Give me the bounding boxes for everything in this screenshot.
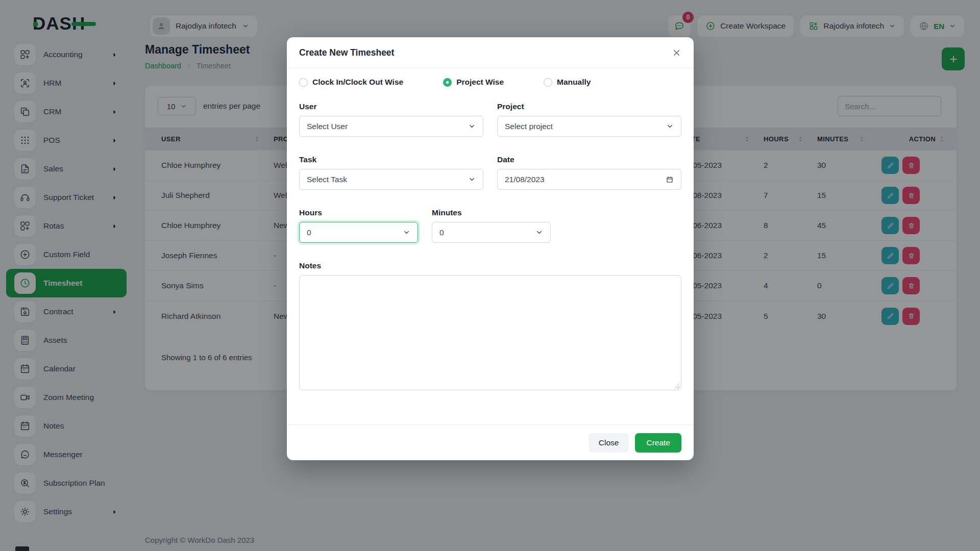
calendar-icon [666,176,674,184]
minutes-select[interactable]: 0 [432,222,551,243]
notes-label: Notes [299,261,681,270]
chevron-down-icon [666,122,674,130]
create-timesheet-modal: Create New Timesheet Clock In/Clock Out … [287,37,694,460]
modal-body: Clock In/Clock Out WiseProject WiseManua… [287,68,694,392]
task-select-value: Select Task [307,175,347,184]
radio-label: Manually [557,78,591,87]
user-select[interactable]: Select User [299,116,483,137]
project-field: Project Select project [497,102,681,137]
notes-field: Notes [299,261,681,392]
modal-title: Create New Timesheet [299,47,394,58]
radio-clock-in-clock-out-wise[interactable]: Clock In/Clock Out Wise [299,78,403,87]
close-icon[interactable] [672,48,681,58]
create-button[interactable]: Create [635,433,681,453]
radio-manually[interactable]: Manually [544,78,591,87]
hours-select[interactable]: 0 [299,222,418,243]
close-button[interactable]: Close [589,433,629,453]
project-select-value: Select project [505,122,553,131]
chevron-down-icon [403,229,410,236]
user-label: User [299,102,483,111]
app-root: DASH AccountingHRMCRMPOSSalesSupport Tic… [0,0,980,551]
modal-header: Create New Timesheet [287,37,694,68]
notes-textarea[interactable] [299,275,681,390]
project-label: Project [497,102,681,111]
radio-circle-icon [299,78,308,87]
minutes-label: Minutes [432,208,551,217]
minutes-field: Minutes 0 [432,208,551,243]
timesheet-type-radio-group: Clock In/Clock Out WiseProject WiseManua… [299,78,681,87]
hours-select-value: 0 [307,228,311,237]
user-select-value: Select User [307,122,348,131]
minutes-select-value: 0 [439,228,444,237]
chevron-down-icon [468,176,476,183]
radio-circle-icon [544,78,552,87]
chevron-down-icon [535,229,543,236]
radio-project-wise[interactable]: Project Wise [443,78,504,87]
task-field: Task Select Task [299,155,483,190]
date-field: Date 21/08/2023 [497,155,681,190]
hours-field: Hours 0 [299,208,418,243]
date-label: Date [497,155,681,164]
radio-circle-icon [443,78,452,87]
chevron-down-icon [468,122,476,130]
hours-label: Hours [299,208,418,217]
project-select[interactable]: Select project [497,116,681,137]
radio-label: Project Wise [456,78,504,87]
date-input[interactable]: 21/08/2023 [497,169,681,190]
user-field: User Select User [299,102,483,137]
radio-label: Clock In/Clock Out Wise [312,78,403,87]
date-input-value: 21/08/2023 [505,175,545,184]
modal-footer: Close Create [287,424,694,460]
task-label: Task [299,155,483,164]
task-select[interactable]: Select Task [299,169,483,190]
